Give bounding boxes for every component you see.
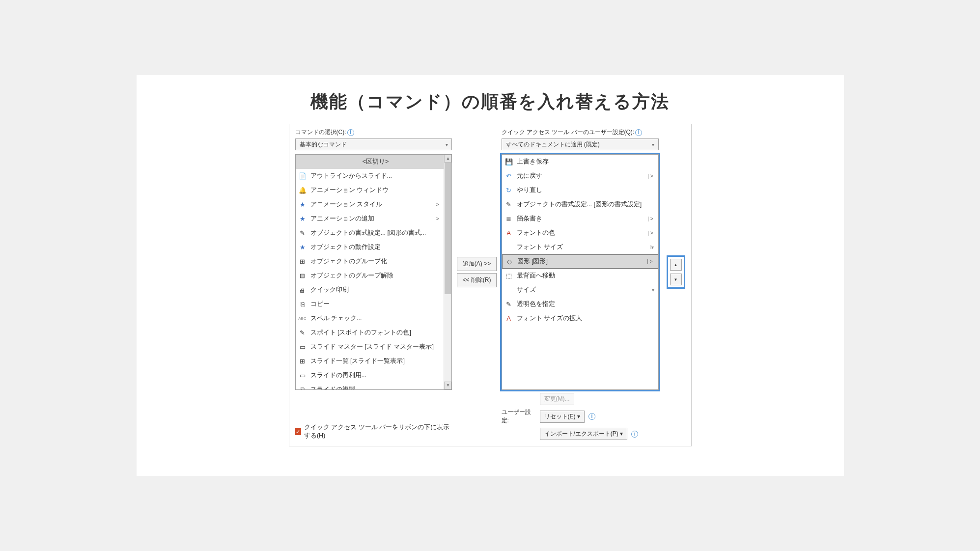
move-up-button[interactable]: ▲: [670, 259, 682, 271]
add-button[interactable]: 追加(A) >>: [457, 257, 496, 271]
list-item-label: スライド マスター [スライド マスター表示]: [310, 343, 441, 351]
scroll-up-icon[interactable]: ▲: [444, 155, 451, 163]
dropdown-badge-icon: ▾: [651, 287, 655, 293]
customize-qat-label: クイック アクセス ツール バーのユーザー設定(Q): i: [502, 128, 659, 137]
list-item[interactable]: 📄アウトラインからスライド...: [296, 169, 444, 183]
list-item-label: オブジェクトのグループ解除: [310, 272, 441, 280]
list-item-label: フォントの色: [517, 229, 644, 237]
list-item-label: やり直し: [517, 186, 655, 194]
list-item[interactable]: ✎透明色を指定: [502, 297, 658, 311]
list-item-label: 図形 [図形]: [517, 257, 644, 266]
list-item[interactable]: ★アニメーション スタイル>: [296, 197, 444, 212]
list-item[interactable]: ↻やり直し: [502, 183, 658, 197]
list-item-label: 透明色を指定: [517, 300, 655, 308]
command-icon: ⊞: [299, 358, 307, 365]
list-item[interactable]: ✎スポイト [スポイトのフォントの色]: [296, 326, 444, 340]
command-icon: ⊞: [299, 258, 307, 266]
list-item-label: アニメーションの追加: [310, 215, 432, 223]
command-icon: 💾: [505, 158, 513, 166]
command-icon: A: [505, 229, 513, 237]
command-icon: ⬚: [505, 272, 513, 280]
move-down-button[interactable]: ▼: [670, 274, 682, 285]
list-item[interactable]: ⬚最背面へ移動: [502, 269, 658, 283]
list-item-label: アウトラインからスライド...: [310, 172, 441, 180]
chevron-right-icon: | >: [647, 173, 655, 179]
list-item[interactable]: ▭スライドの再利用...: [296, 368, 444, 383]
list-item-label: スライドの再利用...: [310, 371, 441, 380]
command-icon: ✎: [299, 229, 307, 237]
list-item-label: スライド一覧 [スライド一覧表示]: [310, 357, 441, 365]
list-item-label: コピー: [310, 300, 441, 308]
list-item-label: オブジェクトの動作設定: [310, 243, 441, 251]
command-icon: ≣: [505, 215, 513, 223]
list-item[interactable]: Aフォントの色| >: [502, 226, 658, 240]
command-icon: ↻: [505, 187, 513, 194]
list-item-label: フォント サイズの拡大: [517, 314, 655, 323]
list-item-label: 箇条書き: [517, 215, 644, 223]
list-item[interactable]: ◇図形 [図形]| >: [502, 254, 658, 269]
list-item[interactable]: ✎オブジェクトの書式設定... [図形の書式設定]: [502, 197, 658, 212]
list-item[interactable]: ≣箇条書き| >: [502, 212, 658, 226]
customize-qat-select[interactable]: すべてのドキュメントに適用 (既定): [502, 138, 659, 150]
command-icon: ★: [299, 244, 307, 251]
command-icon: ABC: [299, 315, 307, 323]
info-icon[interactable]: i: [631, 431, 638, 438]
command-icon: ⎘: [299, 301, 307, 308]
qat-customize-dialog: コマンドの選択(C): i クイック アクセス ツール バーのユーザー設定(Q)…: [289, 124, 692, 446]
show-below-ribbon-label: クイック アクセス ツール バーをリボンの下に表示する(H): [304, 423, 452, 440]
chevron-right-icon: | >: [647, 230, 655, 236]
list-item-label: オブジェクトの書式設定... [図形の書式...: [310, 229, 441, 237]
command-icon: ✎: [505, 201, 513, 209]
reset-button[interactable]: リセット(E) ▾: [540, 411, 585, 423]
list-item-label: フォント サイズ: [517, 243, 645, 251]
list-item-label: スポイト [スポイトのフォントの色]: [310, 329, 441, 337]
command-icon: ★: [299, 201, 307, 209]
qat-commands-listbox[interactable]: 💾上書き保存↶元に戻す| >↻やり直し✎オブジェクトの書式設定... [図形の書…: [502, 154, 659, 390]
list-item[interactable]: ★アニメーションの追加>: [296, 212, 444, 226]
available-commands-listbox[interactable]: <区切り>📄アウトラインからスライド...🔔アニメーション ウィンドウ★アニメー…: [295, 154, 452, 390]
command-icon: ↶: [505, 172, 513, 180]
command-icon: ▭: [299, 343, 307, 351]
list-item-label: 最背面へ移動: [517, 272, 655, 280]
chevron-right-icon: >: [436, 202, 441, 207]
list-item-label: 元に戻す: [517, 172, 644, 180]
list-item[interactable]: フォント サイズI▾: [502, 240, 658, 254]
list-item-label: オブジェクトのグループ化: [310, 257, 441, 266]
choose-commands-label: コマンドの選択(C): i: [295, 128, 452, 137]
list-item[interactable]: ★オブジェクトの動作設定: [296, 240, 444, 254]
chevron-right-icon: | >: [647, 216, 655, 221]
command-icon: [505, 286, 513, 294]
chevron-right-icon: | >: [647, 259, 654, 264]
list-item-label: スライドの複製: [310, 386, 441, 389]
command-icon: A: [505, 315, 513, 323]
list-item[interactable]: ⊟オブジェクトのグループ解除: [296, 269, 444, 283]
list-item-label: 上書き保存: [517, 158, 655, 166]
command-icon: [299, 158, 307, 166]
list-item[interactable]: ▭スライド マスター [スライド マスター表示]: [296, 340, 444, 354]
command-icon: ▭: [299, 372, 307, 380]
info-icon[interactable]: i: [635, 129, 642, 136]
info-icon[interactable]: i: [588, 413, 595, 420]
scroll-down-icon[interactable]: ▼: [444, 382, 451, 389]
list-item[interactable]: サイズ▾: [502, 283, 658, 297]
list-item[interactable]: ↶元に戻す| >: [502, 169, 658, 183]
list-item[interactable]: ⊞スライド一覧 [スライド一覧表示]: [296, 354, 444, 368]
list-item[interactable]: ⎘コピー: [296, 297, 444, 311]
list-item[interactable]: <区切り>: [296, 155, 444, 169]
remove-button[interactable]: << 削除(R): [457, 273, 496, 287]
list-item[interactable]: ⊞オブジェクトのグループ化: [296, 254, 444, 269]
list-item[interactable]: ✎オブジェクトの書式設定... [図形の書式...: [296, 226, 444, 240]
scrollbar[interactable]: ▲ ▼: [444, 155, 451, 389]
list-item[interactable]: Aフォント サイズの拡大: [502, 311, 658, 326]
list-item[interactable]: ABCスペル チェック...: [296, 311, 444, 326]
command-icon: ⊟: [299, 272, 307, 280]
list-item[interactable]: 💾上書き保存: [502, 155, 658, 169]
info-icon[interactable]: i: [347, 129, 354, 136]
command-icon: ✎: [299, 329, 307, 337]
list-item[interactable]: ⎘スライドの複製: [296, 383, 444, 389]
list-item[interactable]: 🖨クイック印刷: [296, 283, 444, 297]
list-item[interactable]: 🔔アニメーション ウィンドウ: [296, 183, 444, 197]
choose-commands-select[interactable]: 基本的なコマンド: [295, 138, 452, 150]
import-export-button[interactable]: インポート/エクスポート(P) ▾: [540, 428, 628, 440]
show-below-ribbon-checkbox[interactable]: ✓: [295, 428, 301, 435]
